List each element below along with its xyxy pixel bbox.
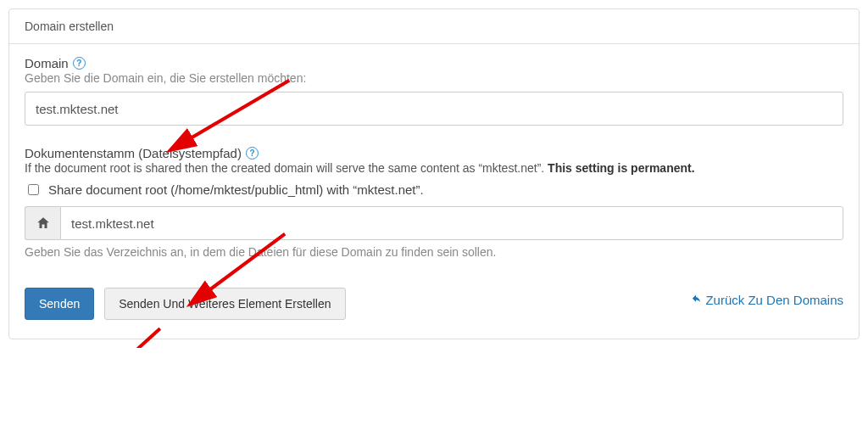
- home-icon: [25, 206, 60, 240]
- docroot-help-strong: This setting is permanent.: [548, 161, 694, 175]
- domain-create-panel: Domain erstellen Domain ? Geben Sie die …: [8, 8, 860, 339]
- share-docroot-label[interactable]: Share document root (/home/mktest/public…: [48, 182, 424, 197]
- panel-title: Domain erstellen: [9, 9, 859, 44]
- help-icon[interactable]: ?: [246, 147, 259, 160]
- docroot-help-prefix: If the document root is shared then the …: [25, 161, 548, 175]
- help-icon[interactable]: ?: [73, 57, 86, 70]
- svg-line-2: [92, 328, 160, 348]
- docroot-field-label: Dokumentenstamm (Dateisystempfad) ?: [25, 146, 843, 160]
- docroot-label-text: Dokumentenstamm (Dateisystempfad): [25, 146, 242, 160]
- domain-field-label: Domain ?: [25, 56, 843, 70]
- docroot-below-help: Geben Sie das Verzeichnis an, in dem die…: [25, 245, 843, 259]
- submit-and-another-button[interactable]: Senden Und Weiteres Element Erstellen: [104, 288, 345, 320]
- docroot-input-group: [25, 206, 843, 240]
- submit-button[interactable]: Senden: [25, 288, 94, 320]
- docroot-input[interactable]: [60, 206, 843, 240]
- undo-icon: [690, 294, 702, 306]
- back-to-domains-link[interactable]: Zurück Zu Den Domains: [690, 293, 843, 307]
- docroot-help-text: If the document root is shared then the …: [25, 161, 843, 175]
- share-docroot-checkbox[interactable]: [28, 184, 39, 195]
- domain-help-text: Geben Sie die Domain ein, die Sie erstel…: [25, 71, 843, 85]
- domain-input[interactable]: [25, 92, 843, 126]
- domain-label-text: Domain: [25, 56, 69, 70]
- back-link-text: Zurück Zu Den Domains: [705, 293, 843, 307]
- action-buttons: Senden Senden Und Weiteres Element Erste…: [25, 288, 346, 320]
